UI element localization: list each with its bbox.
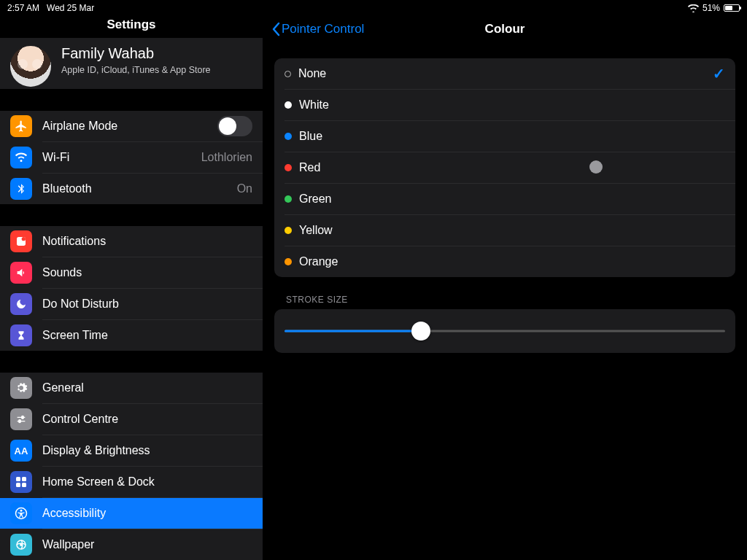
- sidebar-item-display[interactable]: AA Display & Brightness: [0, 435, 263, 466]
- airplane-icon: [10, 115, 32, 137]
- swatch-none-icon: [285, 71, 291, 77]
- controlcentre-icon: [10, 408, 32, 430]
- wifi-value: Lothlorien: [201, 151, 252, 164]
- colour-green-label: Green: [299, 192, 725, 206]
- swatch-orange-icon: [285, 258, 292, 265]
- battery-icon: [724, 4, 740, 12]
- sidebar-item-dnd[interactable]: Do Not Disturb: [0, 289, 263, 319]
- sidebar-item-homescreen[interactable]: Home Screen & Dock: [0, 467, 263, 497]
- wallpaper-label: Wallpaper: [42, 538, 252, 551]
- stroke-size-card: [274, 309, 735, 353]
- colour-option-white[interactable]: White: [274, 90, 735, 120]
- svg-point-1: [22, 237, 26, 241]
- swatch-yellow-icon: [285, 227, 292, 234]
- sidebar-item-notifications[interactable]: Notifications: [0, 226, 263, 257]
- bluetooth-icon: [10, 178, 32, 200]
- colour-option-red[interactable]: Red: [274, 152, 735, 183]
- chevron-left-icon: [271, 22, 280, 36]
- wifi-label: Wi-Fi: [42, 151, 201, 164]
- stroke-size-slider[interactable]: [285, 321, 725, 341]
- profile-name: Family Wahab: [61, 46, 211, 61]
- colour-option-green[interactable]: Green: [274, 184, 735, 214]
- swatch-red-icon: [285, 164, 292, 171]
- colour-option-none[interactable]: None ✓: [274, 58, 735, 89]
- svg-rect-2: [16, 477, 20, 481]
- notifications-label: Notifications: [42, 235, 252, 248]
- display-icon: AA: [10, 440, 32, 462]
- back-label: Pointer Control: [282, 22, 364, 36]
- svg-rect-3: [22, 477, 26, 481]
- sidebar-item-profile[interactable]: Family Wahab Apple ID, iCloud, iTunes & …: [0, 38, 263, 89]
- accessibility-label: Accessibility: [42, 507, 252, 520]
- colour-yellow-label: Yellow: [299, 224, 725, 237]
- slider-track: [285, 330, 725, 332]
- display-label: Display & Brightness: [42, 444, 252, 457]
- sidebar-item-screentime[interactable]: Screen Time: [0, 320, 263, 351]
- status-date: Wed 25 Mar: [47, 3, 94, 13]
- colour-option-blue[interactable]: Blue: [274, 121, 735, 152]
- pointer-cursor-icon: [589, 160, 603, 174]
- sidebar-item-sounds[interactable]: Sounds: [0, 257, 263, 288]
- swatch-blue-icon: [285, 133, 292, 140]
- general-label: General: [42, 381, 252, 394]
- svg-rect-4: [16, 483, 20, 487]
- notifications-icon: [10, 230, 32, 252]
- sidebar-item-controlcentre[interactable]: Control Centre: [0, 404, 263, 435]
- check-icon: ✓: [713, 65, 725, 82]
- airplane-toggle[interactable]: [217, 116, 252, 136]
- sidebar-item-bluetooth[interactable]: Bluetooth On: [0, 174, 263, 204]
- sidebar-item-accessibility[interactable]: Accessibility: [0, 498, 263, 529]
- colour-none-label: None: [298, 67, 713, 80]
- wifi-settings-icon: [10, 147, 32, 168]
- slider-thumb[interactable]: [411, 322, 430, 341]
- colour-options-list: None ✓ White Blue Red Green: [274, 58, 735, 277]
- controlcentre-label: Control Centre: [42, 413, 252, 426]
- profile-subtitle: Apple ID, iCloud, iTunes & App Store: [61, 65, 211, 75]
- general-icon: [10, 377, 32, 399]
- sidebar-title: Settings: [0, 16, 263, 38]
- detail-pane: Pointer Control Colour None ✓ White Blue: [263, 16, 747, 560]
- sidebar-item-airplane[interactable]: Airplane Mode: [0, 111, 263, 141]
- colour-option-yellow[interactable]: Yellow: [274, 215, 735, 246]
- screentime-label: Screen Time: [42, 329, 252, 342]
- svg-rect-5: [22, 483, 26, 487]
- dnd-label: Do Not Disturb: [42, 298, 252, 311]
- dnd-icon: [10, 293, 32, 315]
- airplane-label: Airplane Mode: [42, 120, 217, 133]
- accessibility-icon: [10, 502, 32, 524]
- stroke-size-label: Stroke Size: [286, 295, 735, 305]
- status-battery-pct: 51%: [703, 3, 720, 13]
- sidebar-item-wallpaper[interactable]: Wallpaper: [0, 529, 263, 560]
- swatch-green-icon: [285, 195, 292, 203]
- sidebar-item-wifi[interactable]: Wi-Fi Lothlorien: [0, 142, 263, 173]
- sounds-label: Sounds: [42, 266, 252, 279]
- screentime-icon: [10, 324, 32, 346]
- colour-option-orange[interactable]: Orange: [274, 246, 735, 277]
- homescreen-label: Home Screen & Dock: [42, 475, 252, 489]
- colour-white-label: White: [299, 98, 725, 112]
- wallpaper-icon: [10, 534, 32, 556]
- sidebar-item-general[interactable]: General: [0, 373, 263, 403]
- colour-red-label: Red: [299, 161, 725, 174]
- back-button[interactable]: Pointer Control: [271, 22, 364, 36]
- status-bar: 2:57 AM Wed 25 Mar 51%: [0, 0, 747, 16]
- detail-navbar: Pointer Control Colour: [263, 16, 747, 42]
- sounds-icon: [10, 262, 32, 284]
- avatar: [10, 46, 51, 87]
- svg-point-7: [20, 510, 23, 512]
- detail-title: Colour: [485, 22, 525, 36]
- status-time: 2:57 AM: [7, 3, 39, 13]
- settings-sidebar: Settings Family Wahab Apple ID, iCloud, …: [0, 16, 263, 560]
- swatch-white-icon: [285, 101, 292, 109]
- colour-orange-label: Orange: [299, 255, 725, 268]
- homescreen-icon: [10, 471, 32, 493]
- wifi-icon: [688, 4, 699, 12]
- bluetooth-value: On: [237, 182, 252, 195]
- colour-blue-label: Blue: [299, 130, 725, 143]
- bluetooth-label: Bluetooth: [42, 182, 237, 195]
